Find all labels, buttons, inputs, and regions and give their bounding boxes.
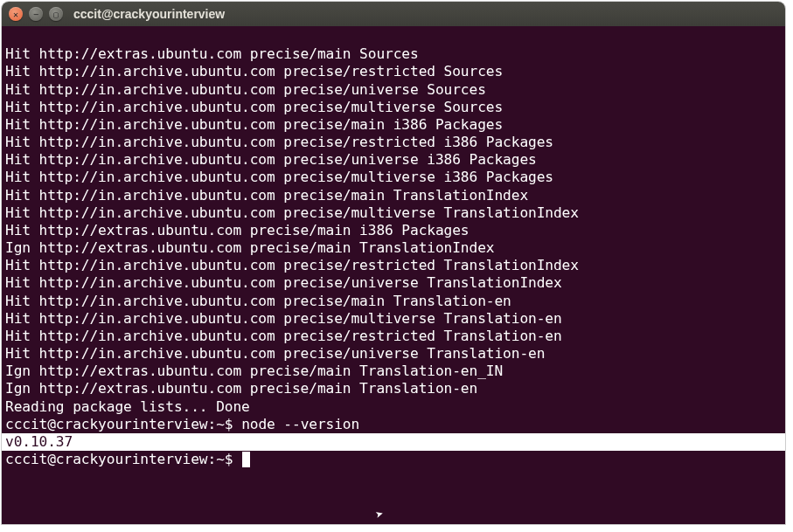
terminal-line: Hit http://in.archive.ubuntu.com precise… <box>5 169 553 185</box>
titlebar[interactable]: ✕ − ▢ cccit@crackyourinterview <box>2 2 785 26</box>
terminal-line: Hit http://in.archive.ubuntu.com precise… <box>5 99 503 115</box>
terminal-line: Hit http://in.archive.ubuntu.com precise… <box>5 63 503 79</box>
terminal-line: Hit http://in.archive.ubuntu.com precise… <box>5 257 579 273</box>
prompt-line: cccit@crackyourinterview:~$ node --versi… <box>5 416 359 432</box>
cursor-icon <box>242 452 250 467</box>
close-icon[interactable]: ✕ <box>9 7 23 21</box>
terminal-line: Hit http://in.archive.ubuntu.com precise… <box>5 151 537 168</box>
terminal-line: Hit http://in.archive.ubuntu.com precise… <box>5 345 545 362</box>
terminal-line: Hit http://in.archive.ubuntu.com precise… <box>5 187 528 204</box>
prompt-userhost: cccit@crackyourinterview <box>5 451 208 467</box>
highlighted-output: v0.10.37 <box>2 433 785 451</box>
mouse-pointer-icon: ➤ <box>374 506 386 523</box>
terminal-line: Hit http://in.archive.ubuntu.com precise… <box>5 293 511 309</box>
maximize-icon[interactable]: ▢ <box>49 7 63 21</box>
terminal-line: Hit http://in.archive.ubuntu.com precise… <box>5 328 562 344</box>
prompt-path: ~ <box>216 416 225 432</box>
window-title: cccit@crackyourinterview <box>73 7 225 21</box>
terminal-line: Hit http://in.archive.ubuntu.com precise… <box>5 204 579 221</box>
terminal-line: Hit http://in.archive.ubuntu.com precise… <box>5 310 562 327</box>
command-text: node --version <box>241 416 359 432</box>
terminal-line: Ign http://extras.ubuntu.com precise/mai… <box>5 380 477 397</box>
prompt-userhost: cccit@crackyourinterview <box>5 416 208 432</box>
terminal-window: ✕ − ▢ cccit@crackyourinterview Hit http:… <box>2 2 785 524</box>
minimize-icon[interactable]: − <box>29 7 43 21</box>
prompt-symbol: $ <box>225 451 233 467</box>
terminal-line: Hit http://in.archive.ubuntu.com precise… <box>5 274 562 291</box>
terminal-line: Ign http://extras.ubuntu.com precise/mai… <box>5 363 503 379</box>
prompt-symbol: $ <box>225 416 233 432</box>
terminal-line: Hit http://in.archive.ubuntu.com precise… <box>5 81 486 98</box>
terminal-line: Hit http://in.archive.ubuntu.com precise… <box>5 116 503 133</box>
terminal-body[interactable]: Hit http://extras.ubuntu.com precise/mai… <box>2 26 785 524</box>
prompt-path: ~ <box>216 451 225 467</box>
terminal-line: Reading package lists... Done <box>5 398 250 415</box>
prompt-line: cccit@crackyourinterview:~$ <box>5 451 250 467</box>
terminal-line: Hit http://extras.ubuntu.com precise/mai… <box>5 45 419 62</box>
terminal-line: Hit http://extras.ubuntu.com precise/mai… <box>5 222 470 238</box>
terminal-line: Hit http://in.archive.ubuntu.com precise… <box>5 134 553 150</box>
terminal-line: Ign http://extras.ubuntu.com precise/mai… <box>5 239 494 256</box>
window-controls: ✕ − ▢ <box>9 7 63 21</box>
